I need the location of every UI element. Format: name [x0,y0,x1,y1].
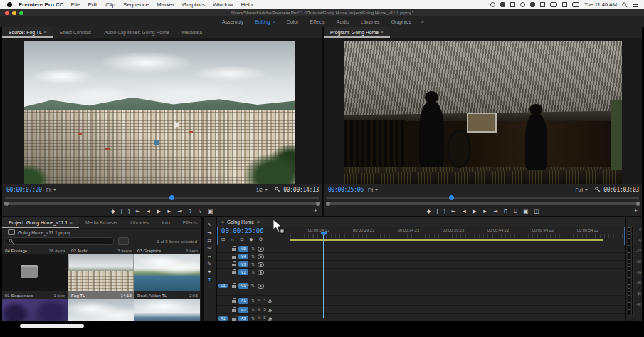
button-editor-button[interactable]: + [634,207,638,214]
linked-selection-toggle[interactable]: ⊟ [240,237,243,242]
menu-graphics[interactable]: Graphics [182,1,205,8]
program-zoom-scrollbar[interactable] [326,202,640,205]
sync-lock-icon[interactable]: ⇅ [251,299,255,303]
timeline-timecode[interactable]: 00:00:25:06 [221,227,264,234]
toggle-track-output-icon[interactable] [258,254,264,259]
zoom-handle-right[interactable] [316,202,320,206]
source-zoom-dropdown[interactable]: 1/2 [256,187,268,192]
button-editor-button[interactable]: + [314,207,317,214]
menu-window[interactable]: Window [213,1,233,8]
solo-track-button[interactable]: S [263,308,265,311]
item-label-fog-tl[interactable]: Fog TL14:13 [68,291,134,299]
timeline-playhead-line[interactable] [323,235,324,318]
track-target-v4[interactable]: V4 [238,254,248,259]
lock-icon[interactable] [232,256,236,259]
tab-metadata[interactable]: Metadata [176,27,208,38]
sync-lock-icon[interactable]: ⇅ [251,262,255,266]
mark-out-button[interactable]: } [128,209,130,214]
workspace-tab-editing[interactable]: Editing≡ [255,19,275,24]
go-to-out-button[interactable]: ⇥ [493,209,497,214]
tab-audio-clip-mixer-going-home[interactable]: Audio Clip Mixer: Going Home [97,27,175,38]
tab-project-going-home-v11-1[interactable]: Project: Going Home_v11.1≡ [2,217,79,228]
hand-tool[interactable]: ✦ [207,269,211,275]
toggle-track-output-icon[interactable] [258,247,264,252]
menu-help[interactable]: Help [241,1,252,8]
bin-thumbnail-sequences[interactable] [2,254,68,291]
settings-wrench-icon[interactable] [275,187,280,192]
menubar-status-icon[interactable] [550,2,557,7]
menubar-status-icon[interactable] [562,2,567,7]
solo-track-button[interactable]: S [263,316,265,320]
go-to-in-button[interactable]: ⇤ [135,209,139,214]
add-marker-button[interactable]: ◆ [111,209,115,214]
step-back-button[interactable]: ◄ [146,209,151,214]
play-button[interactable]: ▶ [473,209,477,214]
tab-program[interactable]: Program: Going Home ≡ [324,27,390,38]
voiceover-record-icon[interactable] [269,317,271,320]
source-zoom-scrollbar[interactable] [4,202,320,205]
add-marker-button[interactable]: ◆ [250,237,253,242]
track-target-v3[interactable]: V3 [238,261,248,267]
breadcrumb[interactable]: Going Home_v11.1.prproj [18,230,70,235]
track-target-a1[interactable]: A1 [238,298,248,304]
source-patch-video[interactable]: V1 [218,284,228,288]
source-playhead-handle[interactable] [169,195,174,200]
lock-icon[interactable] [232,285,236,288]
clip-thumbnail-dock-atitlan[interactable] [134,254,200,291]
new-search-bin-button[interactable] [118,237,129,245]
menu-clip[interactable]: Clip [105,1,115,8]
lock-icon[interactable] [232,300,236,303]
mute-track-button[interactable]: M [258,316,260,320]
sync-lock-icon[interactable]: ⇅ [251,247,255,251]
menu-marker[interactable]: Marker [157,1,174,8]
go-to-out-button[interactable]: ⇥ [177,209,181,214]
workspace-tab-color[interactable]: Color [287,19,299,24]
sync-lock-icon[interactable]: ⇅ [251,308,255,312]
item-label-03-graphics[interactable]: 03 Graphics1 item [134,247,201,254]
clip-thumbnail-lake[interactable] [134,299,200,321]
menubar-status-icon[interactable] [540,2,545,7]
mark-in-button[interactable]: { [436,209,438,214]
sync-lock-icon[interactable]: ⇅ [251,316,255,321]
item-label-01-sequences[interactable]: 01 Sequences1 item [2,291,68,299]
panel-menu-icon[interactable]: ≡ [44,30,47,35]
solo-track-button[interactable]: S [263,299,265,302]
lock-icon[interactable] [232,309,236,312]
source-fit-dropdown[interactable]: Fit [46,187,56,192]
source-patch-audio[interactable]: A1 [218,316,228,321]
toggle-track-output-icon[interactable] [258,262,264,267]
panel-menu-icon[interactable]: ≡ [273,19,275,24]
notification-center-icon[interactable] [633,3,638,7]
timeline-settings-button[interactable]: ⚙ [259,237,263,242]
snap-toggle[interactable]: ∩ [231,237,234,242]
mark-out-button[interactable]: } [444,209,446,214]
track-target-v5[interactable]: V5 [238,246,248,252]
lock-icon[interactable] [232,248,236,251]
sync-lock-icon[interactable]: ⇅ [251,254,255,259]
menubar-status-icon[interactable] [490,2,495,7]
selection-tool[interactable]: ↖ [207,222,211,228]
program-fit-dropdown[interactable]: Fit [368,187,378,192]
overwrite-button[interactable]: ↳ [198,209,202,214]
menubar-status-icon[interactable] [500,2,505,7]
menu-sequence[interactable]: Sequence [123,1,149,8]
item-label-dock-atitlan-tl[interactable]: Dock Atitlan TL2:03 [134,291,201,299]
lock-icon[interactable] [232,264,236,266]
play-button[interactable]: ▶ [157,209,161,214]
workspace-tab-libraries[interactable]: Libraries [361,19,380,24]
source-timecode[interactable]: 00:00:07:20 [6,187,42,193]
add-marker-button[interactable]: ◆ [427,209,431,214]
lift-button[interactable]: ⊓ [504,209,508,214]
workspace-tab-effects[interactable]: Effects [310,19,325,24]
type-tool[interactable]: T [208,277,211,283]
workspace-tab-assembly[interactable]: Assembly [222,19,243,24]
tab-effects[interactable]: Effects [176,217,201,228]
extract-button[interactable]: ⊔ [513,209,517,214]
panel-menu-icon[interactable]: ≡ [257,219,260,224]
item-label-04-footage[interactable]: 04 Footage18 items [2,247,68,254]
tab-effect-controls[interactable]: Effect Controls [53,27,97,38]
sequence-thumbnail-going-home[interactable] [2,299,68,321]
lock-icon[interactable] [232,271,236,274]
lock-icon[interactable] [232,318,236,321]
settings-wrench-icon[interactable] [595,187,601,192]
